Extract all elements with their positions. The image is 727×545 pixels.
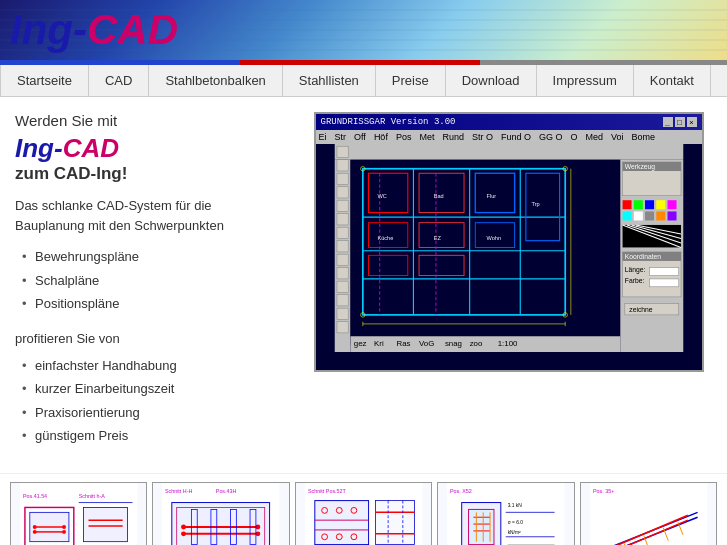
svg-text:3.1 kN: 3.1 kN <box>508 503 523 508</box>
svg-point-97 <box>62 529 66 533</box>
svg-rect-53 <box>350 336 620 352</box>
svg-text:kN/m²: kN/m² <box>508 529 521 534</box>
logo-ing-text: Ing- <box>10 6 87 53</box>
nav-item-impressum[interactable]: Impressum <box>537 65 634 96</box>
thumbnail-3[interactable]: Schnitt Pos.52T 1.25 1.25 0.75 <box>295 482 432 546</box>
svg-text:Pos.41.54: Pos.41.54 <box>23 492 47 498</box>
svg-rect-5 <box>350 160 620 346</box>
bullet-item: Positionspläne <box>20 292 275 316</box>
menu-o[interactable]: O <box>570 132 577 142</box>
logo-subtitle: zum CAD-Ing! <box>15 164 275 184</box>
svg-text:gez: gez <box>353 339 366 348</box>
svg-text:Wohn: Wohn <box>486 235 501 241</box>
svg-text:Farbe:: Farbe: <box>624 277 644 284</box>
menu-hof[interactable]: Höf <box>374 132 388 142</box>
menu-met[interactable]: Met <box>419 132 434 142</box>
description-text: Das schlanke CAD-System für die Bauplanu… <box>15 196 275 235</box>
svg-rect-105 <box>84 507 128 541</box>
svg-rect-3 <box>334 144 683 160</box>
header-banner: Ing-CAD <box>0 0 727 60</box>
thumbnail-1[interactable]: b=50 Pos.41.54 Schnitt h-A h=35 d=28 <box>10 482 147 546</box>
thumbnail-4[interactable]: Pos. X52 3.1 kN σ = 6.0 kN/m² Pos. 3 <box>437 482 574 546</box>
svg-point-94 <box>33 525 37 529</box>
bullet-item: Schalpläne <box>20 269 275 293</box>
main-nav: Startseite CAD Stahlbetonbalken Stahllis… <box>0 65 727 97</box>
cad-title: GRUNDRISSGAR Version 3.00 <box>321 117 456 127</box>
svg-text:Werkzeug: Werkzeug <box>624 163 654 171</box>
menu-str[interactable]: Str <box>335 132 347 142</box>
cad-titlebar: GRUNDRISSGAR Version 3.00 _ □ × <box>316 114 702 130</box>
profitieren-text: profitieren Sie von <box>15 331 275 346</box>
logo-small-container: Ing-CAD <box>15 133 275 164</box>
menu-off[interactable]: Off <box>354 132 366 142</box>
nav-item-startseite[interactable]: Startseite <box>0 65 89 96</box>
svg-text:zeichne: zeichne <box>629 306 652 313</box>
svg-rect-49 <box>336 281 347 292</box>
svg-rect-46 <box>336 241 347 252</box>
svg-rect-66 <box>633 200 642 209</box>
nav-item-stahllisten[interactable]: Stahllisten <box>283 65 376 96</box>
svg-text:Schnitt H-H: Schnitt H-H <box>165 487 193 493</box>
nav-item-download[interactable]: Download <box>446 65 537 96</box>
menu-rund[interactable]: Rund <box>442 132 464 142</box>
nav-item-cad[interactable]: CAD <box>89 65 149 96</box>
cad-menubar: Ei Str Off Höf Pos Met Rund Str O Fund O… <box>316 130 702 144</box>
nav-item-kontakt[interactable]: Kontakt <box>634 65 711 96</box>
svg-rect-47 <box>336 254 347 265</box>
svg-rect-69 <box>667 200 676 209</box>
svg-rect-39 <box>336 146 347 157</box>
menu-ggo[interactable]: GG O <box>539 132 563 142</box>
cad-maximize-btn[interactable]: □ <box>675 117 685 127</box>
bullet-item: einfachster Handhabung <box>20 354 275 378</box>
svg-rect-44 <box>336 214 347 225</box>
svg-text:Schnitt Pos.52T: Schnitt Pos.52T <box>308 487 347 493</box>
svg-point-116 <box>182 524 187 529</box>
menu-ei[interactable]: Ei <box>319 132 327 142</box>
svg-text:EZ: EZ <box>433 235 441 241</box>
svg-rect-50 <box>336 295 347 306</box>
thumbnail-2[interactable]: Schnitt H-H Pos.43H b=100 <box>152 482 289 546</box>
svg-text:Pos. 35+: Pos. 35+ <box>593 487 614 493</box>
svg-rect-70 <box>622 211 631 220</box>
svg-text:Schnitt h-A: Schnitt h-A <box>79 492 106 498</box>
svg-rect-86 <box>649 279 678 287</box>
cad-minimize-btn[interactable]: _ <box>663 117 673 127</box>
menu-pos[interactable]: Pos <box>396 132 412 142</box>
cad-canvas[interactable]: WC Bad Flur Trp Küche EZ Wohn <box>316 144 702 352</box>
nav-item-stahlbetonbalken[interactable]: Stahlbetonbalken <box>149 65 282 96</box>
svg-rect-51 <box>336 308 347 319</box>
svg-rect-68 <box>656 200 665 209</box>
menu-voi[interactable]: Voi <box>611 132 624 142</box>
main-content: Werden Sie mit Ing-CAD zum CAD-Ing! Das … <box>0 97 727 473</box>
svg-text:Länge:: Länge: <box>624 266 645 274</box>
logo-small-ing: Ing- <box>15 133 63 163</box>
bullet-item: günstigem Preis <box>20 424 275 448</box>
svg-text:snag: snag <box>444 339 461 348</box>
menu-fundo[interactable]: Fund O <box>501 132 531 142</box>
menu-med[interactable]: Med <box>586 132 604 142</box>
bullet-item: kurzer Einarbeitungszeit <box>20 377 275 401</box>
svg-rect-72 <box>645 211 654 220</box>
cad-screenshot-window: GRUNDRISSGAR Version 3.00 _ □ × Ei Str O… <box>314 112 704 372</box>
svg-rect-48 <box>336 268 347 279</box>
svg-rect-84 <box>649 268 678 276</box>
svg-rect-65 <box>622 200 631 209</box>
svg-text:Pos.43H: Pos.43H <box>216 487 237 493</box>
svg-rect-43 <box>336 200 347 211</box>
right-column: GRUNDRISSGAR Version 3.00 _ □ × Ei Str O… <box>300 112 717 463</box>
thumbnail-5[interactable]: Pos. 35+ Frm. 357 <box>580 482 717 546</box>
menu-stro[interactable]: Str O <box>472 132 493 142</box>
svg-text:zoo: zoo <box>469 339 482 348</box>
svg-text:1:100: 1:100 <box>497 339 517 348</box>
svg-rect-42 <box>336 187 347 198</box>
site-logo[interactable]: Ing-CAD <box>10 6 178 54</box>
svg-rect-71 <box>633 211 642 220</box>
svg-text:Koordinaten: Koordinaten <box>624 253 661 260</box>
menu-bome[interactable]: Bome <box>632 132 656 142</box>
svg-text:Ras: Ras <box>396 339 410 348</box>
svg-rect-74 <box>667 211 676 220</box>
svg-text:Kri: Kri <box>374 339 384 348</box>
cad-close-btn[interactable]: × <box>687 117 697 127</box>
left-column: Werden Sie mit Ing-CAD zum CAD-Ing! Das … <box>15 112 285 463</box>
nav-item-preise[interactable]: Preise <box>376 65 446 96</box>
